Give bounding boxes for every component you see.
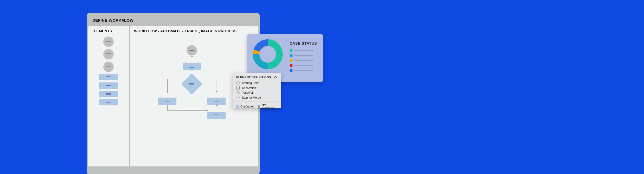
node-application[interactable] [158,98,176,105]
elements-header: ELEMENTS [88,26,129,36]
placeholder-line [189,66,194,68]
placeholder-line [106,67,111,67]
swatch-icon [290,64,292,67]
circle-icon [236,96,240,99]
definition-label: Stop for Merge [242,96,261,99]
case-status-title: CASE STATUS [290,41,317,45]
element-rect[interactable] [99,74,118,80]
placeholder-line [106,93,111,95]
window-title: DEFINE WORKFLOW [87,13,260,26]
elements-panel: ELEMENTS [88,26,129,166]
legend-label-placeholder [295,55,313,56]
node-application[interactable] [207,112,226,119]
legend-label-placeholder [295,60,313,61]
definition-item: Stop for Merge [236,96,277,99]
node-application[interactable] [207,98,226,105]
swatch-icon [290,54,292,57]
placeholder-line [106,76,111,78]
definition-label: Pass/Fail [242,91,253,94]
swatch-icon [290,59,292,62]
element-circle[interactable] [103,62,114,72]
node-application[interactable] [183,63,201,70]
canvas-header: WORKFLOW - AUTOMATE - TRIAGE, IMAGE & PR… [130,26,258,36]
placeholder-line [214,115,219,116]
configured-swatch-icon [236,105,239,108]
legend-item [290,69,313,72]
placeholder-line [165,101,170,101]
swatch-icon [290,49,292,52]
definition-label: Starting Point [242,81,259,85]
chevron-up-icon[interactable] [274,75,277,79]
placeholder-line [106,53,111,55]
placeholder-line [106,85,111,86]
placeholder-line [189,83,194,85]
node-start[interactable] [187,45,197,56]
swatch-icon [290,69,292,72]
square-icon [236,86,240,89]
legend-item [290,59,313,62]
svg-point-13 [260,46,276,62]
element-circle[interactable] [103,49,114,59]
legend-item [290,54,313,57]
not-configured-swatch-icon [258,105,260,108]
legend-label-placeholder [295,70,313,71]
legend-item [290,64,313,67]
element-definitions-card: ELEMENT DEFINITIONS Starting Point Appli… [233,73,281,108]
definitions-title: ELEMENT DEFINITIONS [236,76,271,79]
case-status-legend [290,49,313,72]
legend-label-placeholder [295,50,313,51]
diamond-icon [236,91,240,94]
definitions-header[interactable]: ELEMENT DEFINITIONS [233,73,281,81]
element-rect[interactable] [99,91,118,97]
legend-label-placeholder [295,65,313,66]
element-rect[interactable] [99,99,118,105]
placeholder-line [214,101,219,101]
definitions-footer: Configured Not configured [233,101,281,111]
donut-svg [252,39,283,70]
placeholder-line [106,102,111,103]
node-decision[interactable] [181,73,202,95]
placeholder-line [189,50,194,51]
not-configured-label: Not configured [262,103,277,110]
legend-item [290,49,313,52]
donut-chart [252,39,283,70]
definition-label: Application [242,86,256,89]
placeholder-line [106,41,111,42]
circle-icon [236,81,240,85]
definition-item: Starting Point [236,81,277,85]
definitions-list: Starting Point Application Pass/Fail Sto… [233,81,281,101]
elements-list [88,36,129,105]
element-rect[interactable] [99,82,118,89]
configured-label: Configured [240,105,254,108]
element-circle[interactable] [103,37,114,47]
definition-item: Pass/Fail [236,91,277,94]
definition-item: Application [236,86,277,89]
